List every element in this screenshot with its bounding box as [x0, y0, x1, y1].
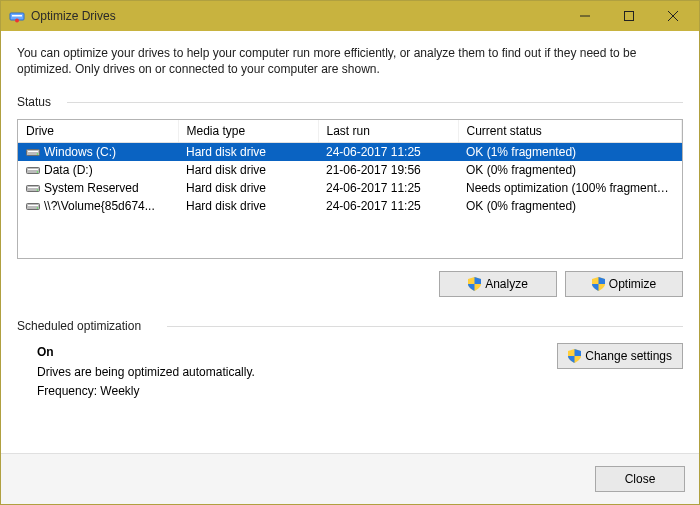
change-settings-button[interactable]: Change settings [557, 343, 683, 369]
shield-icon [468, 277, 481, 291]
status-button-row: Analyze Optimize [17, 271, 683, 297]
cell-drive: Data (D:) [18, 161, 178, 179]
table-row[interactable]: Data (D:)Hard disk drive21-06-2017 19:56… [18, 161, 682, 179]
optimize-button[interactable]: Optimize [565, 271, 683, 297]
shield-icon [592, 277, 605, 291]
drive-table: Drive Media type Last run Current status… [18, 120, 682, 215]
svg-rect-4 [625, 12, 634, 21]
intro-text: You can optimize your drives to help you… [17, 45, 683, 77]
cell-drive: System Reserved [18, 179, 178, 197]
close-button[interactable] [651, 1, 695, 31]
svg-rect-14 [28, 187, 38, 188]
cell-drive: Windows (C:) [18, 143, 178, 162]
drive-icon [26, 200, 40, 210]
cell-media: Hard disk drive [178, 179, 318, 197]
cell-last: 24-06-2017 11:25 [318, 197, 458, 215]
window-controls [563, 1, 695, 31]
optimize-drives-window: Optimize Drives You can optimize your dr… [0, 0, 700, 505]
svg-point-9 [37, 154, 39, 156]
svg-point-12 [37, 172, 39, 174]
table-row[interactable]: Windows (C:)Hard disk drive24-06-2017 11… [18, 143, 682, 162]
cell-media: Hard disk drive [178, 197, 318, 215]
scheduled-freq: Frequency: Weekly [37, 382, 557, 401]
svg-point-15 [37, 190, 39, 192]
close-dialog-button[interactable]: Close [595, 466, 685, 492]
change-settings-label: Change settings [585, 349, 672, 363]
cell-media: Hard disk drive [178, 143, 318, 162]
footer: Close [1, 453, 699, 504]
minimize-button[interactable] [563, 1, 607, 31]
svg-rect-1 [12, 15, 22, 17]
drive-table-header: Drive Media type Last run Current status [18, 120, 682, 143]
col-status[interactable]: Current status [458, 120, 682, 143]
table-row[interactable]: System ReservedHard disk drive24-06-2017… [18, 179, 682, 197]
svg-point-18 [37, 208, 39, 210]
cell-last: 24-06-2017 11:25 [318, 179, 458, 197]
drive-icon [26, 182, 40, 192]
svg-rect-17 [28, 205, 38, 206]
cell-status: Needs optimization (100% fragmented) [458, 179, 682, 197]
drive-icon [26, 164, 40, 174]
svg-rect-11 [28, 169, 38, 170]
cell-status: OK (0% fragmented) [458, 197, 682, 215]
scheduled-state: On [37, 343, 557, 362]
table-row[interactable]: \\?\Volume{85d674...Hard disk drive24-06… [18, 197, 682, 215]
cell-status: OK (1% fragmented) [458, 143, 682, 162]
titlebar: Optimize Drives [1, 1, 699, 31]
drive-icon [26, 146, 40, 156]
scheduled-label-text: Scheduled optimization [17, 319, 141, 333]
cell-last: 24-06-2017 11:25 [318, 143, 458, 162]
scheduled-desc: Drives are being optimized automatically… [37, 363, 557, 382]
cell-status: OK (0% fragmented) [458, 161, 682, 179]
cell-drive: \\?\Volume{85d674... [18, 197, 178, 215]
scheduled-section-label: Scheduled optimization [17, 319, 683, 333]
drive-list[interactable]: Drive Media type Last run Current status… [17, 119, 683, 259]
window-title: Optimize Drives [31, 9, 563, 23]
optimize-label: Optimize [609, 277, 656, 291]
analyze-button[interactable]: Analyze [439, 271, 557, 297]
app-icon [9, 8, 25, 24]
svg-rect-8 [28, 151, 38, 152]
cell-last: 21-06-2017 19:56 [318, 161, 458, 179]
maximize-button[interactable] [607, 1, 651, 31]
col-drive[interactable]: Drive [18, 120, 178, 143]
status-section-label: Status [17, 95, 683, 109]
content-area: You can optimize your drives to help you… [1, 31, 699, 453]
shield-icon [568, 349, 581, 363]
col-media[interactable]: Media type [178, 120, 318, 143]
cell-media: Hard disk drive [178, 161, 318, 179]
analyze-label: Analyze [485, 277, 528, 291]
scheduled-body: On Drives are being optimized automatica… [17, 343, 683, 401]
close-label: Close [625, 472, 656, 486]
scheduled-section: Scheduled optimization On Drives are bei… [17, 319, 683, 401]
col-last[interactable]: Last run [318, 120, 458, 143]
scheduled-text: On Drives are being optimized automatica… [37, 343, 557, 401]
svg-point-2 [15, 19, 19, 23]
status-label-text: Status [17, 95, 51, 109]
